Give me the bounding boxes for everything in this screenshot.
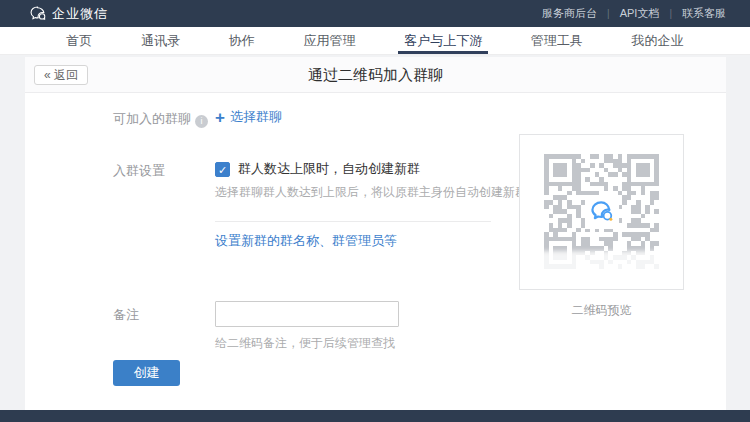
auto-create-group-option: ✓ 群人数达上限时，自动创建新群	[215, 160, 420, 178]
app-title: 企业微信	[52, 5, 108, 23]
tab-app-management[interactable]: 应用管理	[301, 27, 357, 54]
qr-center-logo	[585, 195, 619, 229]
join-settings-helper: 选择群聊群人数达到上限后，将以原群主身份自动创建新群	[215, 184, 527, 201]
api-docs-link[interactable]: API文档	[610, 6, 670, 21]
card-body: 可加入的群聊i + 选择群聊 入群设置 ✓ 群人数达上限时，自动创建新群 选择群…	[25, 93, 726, 410]
qr-caption: 二维码预览	[519, 302, 684, 319]
new-group-settings-link[interactable]: 设置新群的群名称、群管理员等	[215, 232, 397, 250]
topbar-links: 服务商后台 | API文档 | 联系客服	[532, 6, 736, 21]
top-bar: 企业微信 服务商后台 | API文档 | 联系客服	[0, 0, 750, 27]
tab-collaboration[interactable]: 协作	[227, 27, 257, 54]
page-title: 通过二维码加入群聊	[25, 57, 726, 93]
info-icon[interactable]: i	[195, 115, 208, 128]
check-icon: ✓	[218, 164, 227, 176]
remark-label: 备注	[113, 306, 139, 324]
main-nav: 首页 通讯录 协作 应用管理 客户与上下游 管理工具 我的企业	[0, 27, 750, 55]
card-header: « 返回 通过二维码加入群聊	[25, 57, 726, 93]
auto-create-checkbox[interactable]: ✓	[215, 162, 230, 177]
auto-create-checkbox-label[interactable]: 群人数达上限时，自动创建新群	[238, 160, 420, 178]
join-settings-label: 入群设置	[113, 162, 165, 180]
tab-my-company[interactable]: 我的企业	[630, 27, 686, 54]
tab-home[interactable]: 首页	[64, 27, 94, 54]
section-divider	[215, 221, 491, 222]
provider-backend-link[interactable]: 服务商后台	[532, 6, 607, 21]
remark-helper: 给二维码备注，便于后续管理查找	[215, 335, 395, 352]
choose-group-link[interactable]: + 选择群聊	[215, 108, 282, 126]
content-area: « 返回 通过二维码加入群聊 可加入的群聊i + 选择群聊 入群设置 ✓ 群人数…	[0, 55, 750, 410]
remark-input[interactable]	[215, 301, 399, 327]
contact-support-link[interactable]: 联系客服	[672, 6, 736, 21]
app-logo[interactable]: 企业微信	[30, 5, 108, 23]
main-card: « 返回 通过二维码加入群聊 可加入的群聊i + 选择群聊 入群设置 ✓ 群人数…	[25, 57, 726, 410]
tab-customers[interactable]: 客户与上下游	[402, 27, 484, 54]
wechat-work-logo-icon	[587, 197, 617, 227]
tab-contacts[interactable]: 通讯录	[139, 27, 182, 54]
qr-preview-box	[519, 134, 684, 290]
choose-group-label: 选择群聊	[230, 108, 282, 126]
tab-admin-tools[interactable]: 管理工具	[529, 27, 585, 54]
plus-icon: +	[215, 109, 225, 126]
create-button[interactable]: 创建	[113, 360, 180, 386]
joinable-group-label: 可加入的群聊i	[113, 110, 208, 128]
qr-blurred-text	[538, 251, 669, 275]
footer-bar	[0, 410, 750, 422]
wechat-work-bubble-icon	[30, 6, 46, 21]
